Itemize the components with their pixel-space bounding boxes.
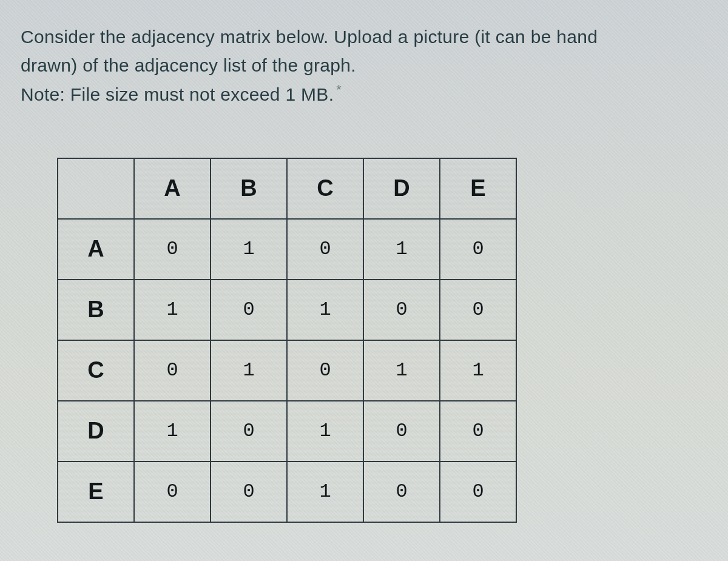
adjacency-matrix-table: A B C D E A 0 1 0 1 0 B 1 0 1 0 0 bbox=[57, 158, 517, 523]
row-header-A: A bbox=[58, 219, 134, 280]
cell-C-A: 0 bbox=[134, 340, 211, 401]
cell-B-D: 0 bbox=[363, 280, 440, 340]
cell-D-C: 1 bbox=[287, 401, 363, 462]
cell-B-B: 0 bbox=[211, 280, 287, 340]
col-header-E: E bbox=[440, 158, 516, 219]
required-asterisk: * bbox=[336, 82, 342, 97]
cell-D-A: 1 bbox=[134, 401, 211, 462]
cell-D-B: 0 bbox=[211, 401, 287, 462]
question-line-2: drawn) of the adjacency list of the grap… bbox=[21, 55, 356, 75]
question-line-3: Note: File size must not exceed 1 MB. bbox=[21, 84, 334, 104]
question-page: Consider the adjacency matrix below. Upl… bbox=[0, 0, 728, 561]
cell-A-E: 0 bbox=[440, 219, 516, 280]
question-text: Consider the adjacency matrix below. Upl… bbox=[21, 23, 706, 109]
cell-C-E: 1 bbox=[440, 340, 516, 401]
cell-D-E: 0 bbox=[440, 401, 516, 462]
cell-B-A: 1 bbox=[134, 280, 211, 340]
cell-C-B: 1 bbox=[211, 340, 287, 401]
adjacency-matrix-wrap: A B C D E A 0 1 0 1 0 B 1 0 1 0 0 bbox=[57, 158, 707, 523]
col-header-A: A bbox=[134, 158, 211, 219]
cell-B-C: 1 bbox=[287, 280, 363, 340]
table-row: D 1 0 1 0 0 bbox=[58, 401, 516, 462]
cell-E-A: 0 bbox=[134, 462, 211, 522]
cell-C-C: 0 bbox=[287, 340, 363, 401]
table-row: E 0 0 1 0 0 bbox=[58, 462, 516, 522]
cell-D-D: 0 bbox=[363, 401, 440, 462]
cell-E-B: 0 bbox=[211, 462, 287, 522]
matrix-corner-cell bbox=[58, 158, 134, 219]
table-row: A 0 1 0 1 0 bbox=[58, 219, 516, 280]
matrix-header-row: A B C D E bbox=[58, 158, 516, 219]
cell-A-B: 1 bbox=[211, 219, 287, 280]
col-header-C: C bbox=[287, 158, 363, 219]
row-header-B: B bbox=[58, 280, 134, 340]
cell-A-A: 0 bbox=[134, 219, 211, 280]
cell-A-D: 1 bbox=[363, 219, 440, 280]
table-row: C 0 1 0 1 1 bbox=[58, 340, 516, 401]
cell-B-E: 0 bbox=[440, 280, 516, 340]
row-header-C: C bbox=[58, 340, 134, 401]
table-row: B 1 0 1 0 0 bbox=[58, 280, 516, 340]
cell-E-E: 0 bbox=[440, 462, 516, 522]
cell-C-D: 1 bbox=[363, 340, 440, 401]
row-header-D: D bbox=[58, 401, 134, 462]
row-header-E: E bbox=[58, 462, 134, 522]
question-line-1: Consider the adjacency matrix below. Upl… bbox=[21, 27, 598, 47]
cell-A-C: 0 bbox=[287, 219, 363, 280]
col-header-D: D bbox=[363, 158, 440, 219]
cell-E-C: 1 bbox=[287, 462, 363, 522]
cell-E-D: 0 bbox=[363, 462, 440, 522]
col-header-B: B bbox=[211, 158, 287, 219]
